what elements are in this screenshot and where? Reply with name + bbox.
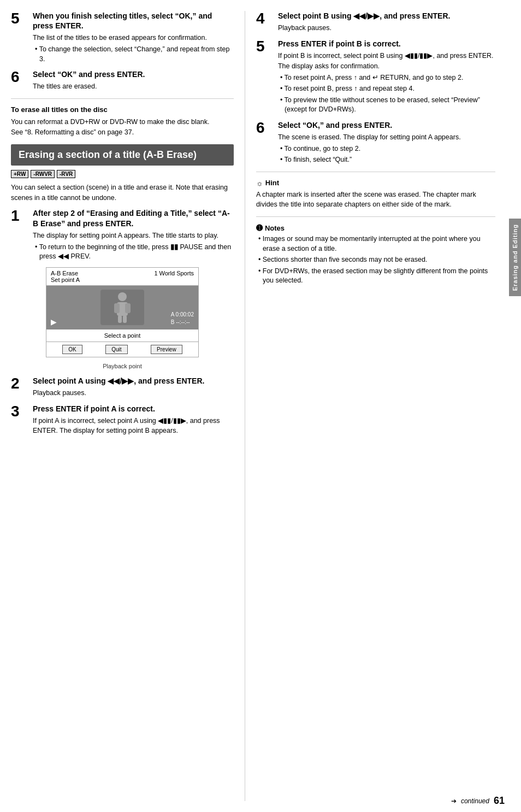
hint-title: ☼ Hint [256,179,495,187]
step-5-top-number: 5 [11,11,28,26]
step-1: 1 After step 2 of “Erasing and Editing a… [11,208,234,261]
divider-1 [11,98,234,99]
step-5-right-bullet-1: To reset point A, press ↑ and ↵ RETURN, … [278,73,495,83]
step-4-right: 4 Select point B using ◀◀/▶▶, and press … [256,11,495,33]
erase-body-1: You can reformat a DVD+RW or DVD-RW to m… [11,117,234,127]
svg-rect-4 [118,315,122,323]
divider-right-2 [256,216,495,217]
screen-header-right: 1 World Sports [154,270,194,283]
highlight-box: Erasing a section of a title (A-B Erase) [11,144,234,166]
step-6-right-number: 6 [256,120,274,136]
hint-icon: ☼ [256,179,263,187]
step-2: 2 Select point A using ◀◀/▶▶, and press … [11,376,234,398]
step-6-right: 6 Select “OK,” and press ENTER. The scen… [256,120,495,165]
continued-text: continued [461,797,489,805]
step-2-body: Playback pauses. [33,388,234,398]
step-4-right-body: Playback pauses. [278,23,495,33]
notes-icon: ➊ [256,223,263,232]
playback-label: Playback point [11,363,234,369]
step-4-right-content: Select point B using ◀◀/▶▶, and press EN… [278,11,495,33]
screen-video: A 0:00:02 B --:--:-- ▶ [46,286,198,329]
step-6-right-content: Select “OK,” and press ENTER. The scene … [278,120,495,165]
disc-badges: +RW -RWVR -RVR [11,170,234,178]
step-6-top-number: 6 [11,69,28,85]
notes-bullet-1: Images or sound may be momentarily inter… [256,234,495,254]
step-5-right-number: 5 [256,39,274,54]
step-5-right-bullet-2: To reset point B, press ↑ and repeat ste… [278,84,495,94]
notes-block: ➊ Notes Images or sound may be momentari… [256,223,495,286]
bottom-bar: ➔ continued 61 [12,790,521,812]
side-tab-text: Erasing and Editing [512,224,518,291]
step-5-top-body: The list of the titles to be erased appe… [33,33,234,43]
step-6-top-content: Select “OK” and press ENTER. The titles … [33,69,234,92]
person-figure-icon [109,291,136,324]
screen-play-button: ▶ [51,317,57,326]
badge-minus-rwvr: -RWVR [31,170,55,178]
step-6-top-title: Select “OK” and press ENTER. [33,69,234,79]
step-1-bullet-1: To return to the beginning of the title,… [33,243,234,262]
screen-mockup: A-B Erase Set point A 1 World Sports [46,267,199,357]
right-column: 4 Select point B using ◀◀/▶▶, and press … [245,11,495,801]
step-5-right-content: Press ENTER if point B is correct. If po… [278,39,495,115]
notes-bullet-2: Sections shorter than five seconds may n… [256,255,495,265]
step-5-top: 5 When you finish selecting titles, sele… [11,11,234,64]
step-3: 3 Press ENTER if point A is correct. If … [11,404,234,437]
step-1-body: The display for setting point A appears.… [33,231,234,241]
step-5-right-body: If point B is incorrect, select point B … [278,51,495,72]
highlight-box-title: Erasing a section of a title (A-B Erase) [19,149,226,161]
badge-plus-rw: +RW [11,170,28,178]
step-6-right-bullet-1: To continue, go to step 2. [278,144,495,154]
step-6-right-bullet-2: To finish, select “Quit.” [278,155,495,165]
step-6-top: 6 Select “OK” and press ENTER. The title… [11,69,234,92]
step-2-content: Select point A using ◀◀/▶▶, and press EN… [33,376,234,398]
screen-header: A-B Erase Set point A 1 World Sports [46,268,198,286]
screen-header-left: A-B Erase Set point A [51,270,80,283]
page-number: 61 [494,795,505,807]
step-6-right-body: The scene is erased. The display for set… [278,132,495,143]
step-1-title: After step 2 of “Erasing and Editing a T… [33,208,234,228]
step-1-content: After step 2 of “Erasing and Editing a T… [33,208,234,261]
step-5-top-content: When you finish selecting titles, select… [33,11,234,64]
step-2-number: 2 [11,376,28,391]
ab-erase-intro: You can select a section (scene) in a ti… [11,183,234,203]
side-tab: Erasing and Editing [509,219,521,296]
erase-body-2: See “8. Reformatting a disc” on page 37. [11,127,234,138]
step-4-right-number: 4 [256,11,274,26]
screen-select-text: Select a point [46,329,198,342]
step-3-body: If point A is incorrect, select point A … [33,416,234,437]
svg-rect-5 [123,315,127,323]
svg-rect-3 [125,303,131,313]
screen-quit-button[interactable]: Quit [105,345,127,354]
svg-point-0 [118,292,127,301]
step-5-right-bullet-3: To preview the title without scenes to b… [278,96,495,115]
step-5-right-title: Press ENTER if point B is correct. [278,39,495,49]
step-4-right-title: Select point B using ◀◀/▶▶, and press EN… [278,11,495,21]
screen-preview-button[interactable]: Preview [151,345,182,354]
erase-subsection-title: To erase all titles on the disc [11,105,234,114]
step-1-number: 1 [11,208,28,223]
badge-minus-rvr: -RVR [57,170,75,178]
step-5-right: 5 Press ENTER if point B is correct. If … [256,39,495,115]
step-3-number: 3 [11,404,28,419]
hint-body: A chapter mark is inserted after the sce… [256,190,495,210]
left-column: 5 When you finish selecting titles, sele… [11,11,245,801]
erase-section: To erase all titles on the disc You can … [11,105,234,138]
hint-block: ☼ Hint A chapter mark is inserted after … [256,179,495,210]
arrow-continued-icon: ➔ [451,797,457,805]
step-3-title: Press ENTER if point A is correct. [33,404,234,414]
step-3-content: Press ENTER if point A is correct. If po… [33,404,234,437]
step-6-right-title: Select “OK,” and press ENTER. [278,120,495,130]
screen-buttons: OK Quit Preview [46,342,198,357]
step-6-top-body: The titles are erased. [33,81,234,92]
notes-title: ➊ Notes [256,223,495,232]
step-5-top-title: When you finish selecting titles, select… [33,11,234,31]
screen-ok-button[interactable]: OK [62,345,82,354]
notes-bullet-3: For DVD+RWs, the erased section may be s… [256,267,495,286]
svg-rect-2 [114,303,120,313]
step-2-title: Select point A using ◀◀/▶▶, and press EN… [33,376,234,386]
screen-timecodes: A 0:00:02 B --:--:-- [171,311,194,326]
step-5-top-bullet-1: To change the selection, select “Change,… [33,45,234,64]
divider-right [256,172,495,172]
